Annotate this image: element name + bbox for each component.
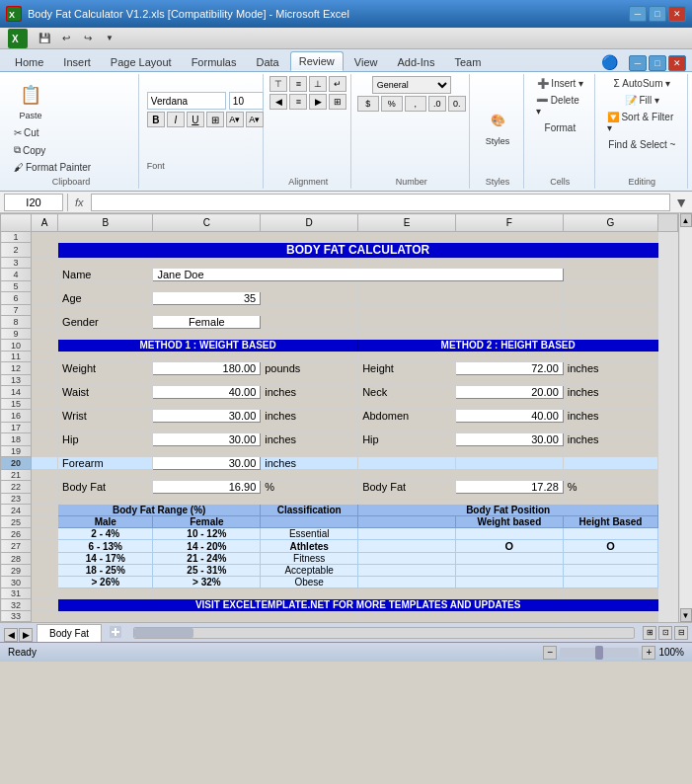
tab-review[interactable]: Review	[290, 51, 344, 71]
page-layout-view-button[interactable]: ⊡	[658, 626, 672, 640]
wrap-text-button[interactable]: ↵	[329, 76, 346, 92]
save-quick-button[interactable]: 💾	[36, 30, 53, 47]
col-header-g[interactable]: G	[563, 214, 657, 232]
merge-center-button[interactable]: ⊞	[329, 94, 346, 110]
wrist-value[interactable]: 30.00	[153, 410, 261, 423]
cell-d1[interactable]	[261, 232, 358, 243]
cell-a2[interactable]	[31, 243, 57, 258]
name-value[interactable]: Jane Doe	[153, 269, 563, 281]
decrease-decimal-button[interactable]: 0.	[448, 96, 466, 112]
ribbon-restore[interactable]: □	[649, 55, 666, 71]
restore-button[interactable]: □	[649, 6, 666, 22]
scroll-sheets-left[interactable]: ◀	[4, 628, 18, 642]
align-top-button[interactable]: ⊤	[269, 76, 287, 92]
cell-reference-box[interactable]	[4, 194, 63, 211]
bodyfat1-value[interactable]: 16.90	[153, 481, 261, 494]
formula-input[interactable]	[91, 194, 671, 211]
tab-view[interactable]: View	[346, 51, 387, 71]
add-sheet-button[interactable]	[102, 624, 129, 642]
bodyfat2-value[interactable]: 17.28	[456, 481, 564, 494]
format-button[interactable]: Format	[541, 120, 580, 135]
tab-insert[interactable]: Insert	[54, 51, 100, 71]
page-break-view-button[interactable]: ⊟	[674, 626, 688, 640]
comma-button[interactable]: ,	[405, 96, 426, 112]
number-format-select[interactable]: General Number Currency Percentage	[372, 76, 451, 94]
align-center-button[interactable]: ≡	[289, 94, 307, 110]
font-size-input[interactable]	[229, 92, 264, 110]
align-bottom-button[interactable]: ⊥	[309, 76, 327, 92]
h-scroll-thumb[interactable]	[134, 628, 193, 638]
col-header-d[interactable]: D	[261, 214, 358, 232]
fill-color-button[interactable]: A▾	[226, 112, 244, 127]
styles-button[interactable]: 🎨 Styles	[477, 102, 518, 149]
normal-view-button[interactable]: ⊞	[643, 626, 656, 640]
col-header-c[interactable]: C	[153, 214, 261, 232]
waist-value[interactable]: 40.00	[153, 386, 261, 399]
cell-b1[interactable]	[58, 232, 153, 243]
hip-value-1[interactable]: 30.00	[153, 433, 261, 446]
format-painter-button[interactable]: 🖌 Format Painter	[10, 160, 95, 175]
scroll-up-button[interactable]: ▲	[680, 213, 692, 227]
currency-button[interactable]: $	[357, 96, 379, 112]
underline-button[interactable]: U	[187, 112, 204, 127]
abdomen-value[interactable]: 40.00	[456, 410, 564, 423]
italic-button[interactable]: I	[167, 112, 185, 127]
ribbon-close[interactable]: ✕	[668, 55, 686, 71]
age-value[interactable]: 35	[153, 292, 261, 305]
cell-e1[interactable]	[358, 232, 456, 243]
weight-value[interactable]: 180.00	[153, 362, 261, 375]
gender-value[interactable]: Female	[153, 316, 261, 329]
fill-button[interactable]: 📝 Fill ▾	[621, 93, 663, 108]
cell-a1[interactable]	[31, 232, 57, 243]
paste-button[interactable]: 📋 Paste	[10, 76, 51, 123]
horizontal-scrollbar[interactable]	[133, 627, 635, 639]
increase-decimal-button[interactable]: .0	[428, 96, 446, 112]
more-quick-button[interactable]: ▼	[101, 30, 118, 47]
scroll-track[interactable]	[680, 227, 692, 608]
sort-filter-button[interactable]: 🔽 Sort & Filter ▾	[603, 110, 681, 135]
cell-g1[interactable]	[563, 232, 657, 243]
scroll-sheets-right[interactable]: ▶	[19, 628, 33, 642]
align-middle-button[interactable]: ≡	[289, 76, 307, 92]
neck-value[interactable]: 20.00	[456, 386, 564, 399]
redo-button[interactable]: ↪	[79, 30, 97, 47]
office-button[interactable]: X	[8, 29, 28, 48]
align-right-button[interactable]: ▶	[309, 94, 327, 110]
cut-button[interactable]: ✂ Cut	[10, 125, 95, 140]
sheet-tab-body-fat[interactable]: Body Fat	[37, 624, 102, 642]
minimize-button[interactable]: ─	[629, 6, 647, 22]
scroll-down-button[interactable]: ▼	[680, 608, 692, 622]
col-header-f[interactable]: F	[456, 214, 564, 232]
delete-button[interactable]: ➖ Delete ▾	[532, 93, 588, 118]
zoom-thumb[interactable]	[595, 646, 603, 660]
tab-add-ins[interactable]: Add-Ins	[388, 51, 443, 71]
border-button[interactable]: ⊞	[206, 112, 224, 127]
zoom-in-button[interactable]: +	[642, 646, 655, 660]
height-value[interactable]: 72.00	[456, 362, 564, 375]
tab-formulas[interactable]: Formulas	[183, 51, 246, 71]
autosum-button[interactable]: Σ AutoSum ▾	[609, 76, 674, 91]
zoom-slider[interactable]	[560, 648, 639, 658]
tab-home[interactable]: Home	[6, 51, 52, 71]
align-left-button[interactable]: ◀	[269, 94, 287, 110]
col-header-a[interactable]: A	[31, 214, 57, 232]
forearm-value[interactable]: 30.00	[153, 457, 261, 470]
formula-expand-button[interactable]: ▼	[674, 195, 688, 210]
font-name-input[interactable]	[147, 92, 226, 110]
tab-page-layout[interactable]: Page Layout	[102, 51, 181, 71]
col-header-e[interactable]: E	[358, 214, 456, 232]
tab-options[interactable]: 🔵	[592, 51, 627, 71]
font-color-button[interactable]: A▾	[246, 112, 264, 127]
bold-button[interactable]: B	[147, 112, 165, 127]
undo-button[interactable]: ↩	[57, 30, 75, 47]
zoom-out-button[interactable]: −	[543, 646, 557, 660]
percent-button[interactable]: %	[381, 96, 403, 112]
find-select-button[interactable]: Find & Select ~	[604, 137, 679, 152]
col-header-b[interactable]: B	[58, 214, 153, 232]
copy-button[interactable]: ⧉ Copy	[10, 142, 95, 158]
insert-button[interactable]: ➕ Insert ▾	[533, 76, 588, 91]
vertical-scrollbar[interactable]: ▲ ▼	[678, 213, 692, 622]
hip-value-2[interactable]: 30.00	[456, 433, 564, 446]
close-button[interactable]: ✕	[668, 6, 686, 22]
tab-team[interactable]: Team	[445, 51, 490, 71]
